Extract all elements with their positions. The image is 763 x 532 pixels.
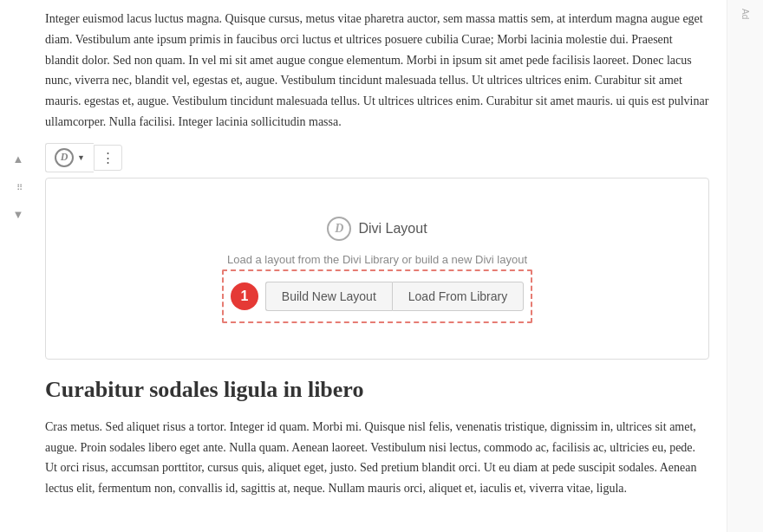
divi-layout-logo-icon: D — [327, 217, 351, 241]
divi-layout-title: Divi Layout — [358, 221, 427, 237]
divi-layout-subtitle: Load a layout from the Divi Library or b… — [227, 253, 527, 266]
bottom-paragraph: Cras metus. Sed aliquet risus a tortor. … — [45, 417, 709, 499]
left-sidebar: ▲ ⠿ ▼ — [0, 0, 36, 532]
drag-icon: ⠿ — [16, 183, 21, 192]
right-sidebar: Ad — [727, 0, 763, 532]
sidebar-up-button[interactable]: ▲ — [6, 147, 30, 172]
more-options-icon: ⋮ — [101, 150, 114, 165]
divi-toolbar: D ▼ ⋮ — [45, 143, 709, 172]
chevron-up-icon: ▲ — [13, 152, 24, 166]
main-content: Integer euismod lacus luctus magna. Quis… — [36, 0, 727, 532]
divi-buttons-wrapper: 1 Build New Layout Load From Library — [231, 282, 524, 311]
sidebar-down-button[interactable]: ▼ — [6, 203, 30, 227]
chevron-down-icon: ▼ — [13, 208, 24, 222]
build-new-layout-button[interactable]: Build New Layout — [265, 282, 392, 311]
divi-logo-icon: D — [55, 148, 74, 167]
top-paragraph: Integer euismod lacus luctus magna. Quis… — [45, 9, 709, 133]
divi-layout-header: D Divi Layout — [327, 217, 427, 241]
sidebar-drag-button[interactable]: ⠿ — [6, 175, 30, 199]
step-badge: 1 — [231, 282, 258, 310]
load-from-library-button[interactable]: Load From Library — [392, 282, 524, 311]
divi-dropdown-arrow: ▼ — [77, 153, 85, 162]
divi-logo-button[interactable]: D ▼ — [45, 143, 94, 172]
divi-more-button[interactable]: ⋮ — [94, 145, 122, 171]
divi-layout-block: D Divi Layout Load a layout from the Div… — [45, 178, 709, 360]
section-heading: Curabitur sodales ligula in libero — [45, 377, 709, 403]
ad-label: Ad — [740, 9, 750, 19]
